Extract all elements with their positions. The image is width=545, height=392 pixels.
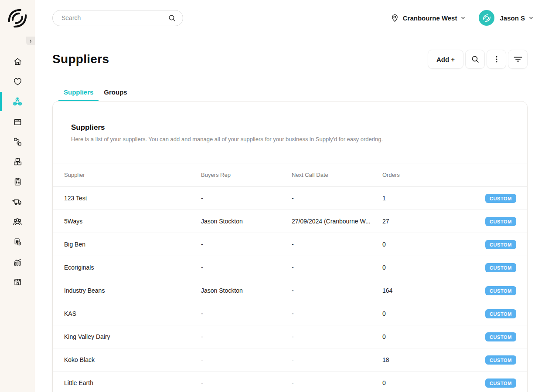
topbar: Cranbourne West Jason S: [35, 0, 545, 36]
card-heading: Suppliers: [71, 123, 509, 132]
card-header: Suppliers Here is a list of your supplie…: [53, 101, 527, 142]
sidebar-item-deliveries[interactable]: [0, 192, 35, 212]
column-header-orders: Orders: [382, 172, 484, 178]
table-row[interactable]: 123 Test - - 1 CUSTOM: [53, 187, 527, 210]
kebab-menu-icon: [492, 55, 501, 64]
orders-cell: 18: [382, 356, 484, 363]
order-route-icon: [13, 137, 23, 147]
next-call-date-cell: -: [292, 356, 382, 363]
table-header-row: Supplier Buyers Rep Next Call Date Order…: [53, 163, 527, 187]
supplier-name-cell: King Valley Dairy: [53, 333, 201, 340]
buyers-rep-cell: Jason Stockton: [201, 287, 292, 294]
sidebar-item-suppliers[interactable]: [0, 91, 35, 112]
orders-cell: 0: [382, 379, 484, 386]
suppliers-card: Suppliers Here is a list of your supplie…: [52, 101, 528, 392]
table-search-button[interactable]: [465, 50, 485, 69]
sidebar-item-tasks[interactable]: [0, 172, 35, 192]
badge-cell: CUSTOM: [485, 286, 528, 295]
orders-cell: 164: [382, 287, 484, 294]
inventory-boxes-icon: [13, 157, 23, 167]
next-call-date-cell: -: [292, 264, 382, 271]
checklist-clipboard-icon: [13, 177, 23, 187]
badge-cell: CUSTOM: [485, 194, 528, 203]
search-icon[interactable]: [167, 14, 177, 23]
custom-badge: CUSTOM: [485, 355, 516, 365]
table-row[interactable]: Koko Black - - 18 CUSTOM: [53, 348, 527, 372]
customers-people-icon: [12, 216, 23, 227]
buyers-rep-cell: -: [201, 310, 292, 317]
page-title: Suppliers: [52, 52, 109, 66]
filter-button[interactable]: [508, 50, 528, 69]
table-row[interactable]: King Valley Dairy - - 0 CUSTOM: [53, 325, 527, 348]
badge-cell: CUSTOM: [485, 217, 528, 226]
supplier-name-cell: 123 Test: [53, 195, 201, 202]
next-call-date-cell: -: [292, 195, 382, 202]
table-row[interactable]: Industry Beans Jason Stockton - 164 CUST…: [53, 279, 527, 302]
search-input[interactable]: [53, 10, 167, 26]
badge-cell: CUSTOM: [485, 240, 528, 249]
reports-chart-icon: [13, 257, 23, 267]
suppliers-table: Supplier Buyers Rep Next Call Date Order…: [53, 163, 527, 392]
table-row[interactable]: Big Ben - - 0 CUSTOM: [53, 233, 527, 256]
more-options-button[interactable]: [487, 50, 506, 69]
app-logo[interactable]: [0, 0, 35, 37]
chevron-right-icon: [29, 39, 33, 43]
sidebar: $: [0, 0, 35, 392]
tab-groups[interactable]: Groups: [99, 88, 132, 100]
badge-cell: CUSTOM: [485, 378, 528, 388]
sidebar-item-reports[interactable]: [0, 252, 35, 272]
chevron-down-icon: [460, 15, 466, 20]
supplier-name-cell: 5Ways: [53, 218, 201, 225]
chevron-down-icon: [528, 15, 534, 20]
custom-badge: CUSTOM: [485, 217, 516, 226]
location-selector[interactable]: Cranbourne West: [390, 14, 466, 23]
card-description: Here is a list of your suppliers. You ca…: [71, 136, 509, 142]
sidebar-item-products[interactable]: [0, 112, 35, 132]
sidebar-item-order-tracking[interactable]: [0, 132, 35, 152]
supplier-name-cell: Big Ben: [53, 241, 201, 248]
active-indicator: [0, 92, 2, 111]
buyers-rep-cell: -: [201, 241, 292, 248]
badge-cell: CUSTOM: [485, 355, 528, 365]
table-body: 123 Test - - 1 CUSTOM 5Ways Jason Stockt…: [53, 187, 527, 392]
orders-cell: 0: [382, 264, 484, 271]
user-menu[interactable]: Jason S: [479, 10, 534, 26]
sidebar-item-home[interactable]: [0, 51, 35, 71]
sidebar-item-favorites[interactable]: [0, 71, 35, 91]
sidebar-item-customers[interactable]: [0, 212, 35, 232]
buyers-rep-cell: Jason Stockton: [201, 218, 292, 225]
filter-icon: [513, 54, 523, 64]
table-row[interactable]: KAS - - 0 CUSTOM: [53, 302, 527, 325]
sidebar-item-inventory[interactable]: [0, 152, 35, 172]
buyers-rep-cell: -: [201, 264, 292, 271]
user-name: Jason S: [500, 14, 525, 22]
sidebar-item-invoices[interactable]: $: [0, 232, 35, 252]
orders-cell: 27: [382, 218, 484, 225]
supplier-name-cell: KAS: [53, 310, 201, 317]
next-call-date-cell: -: [292, 310, 382, 317]
sidebar-collapse-button[interactable]: [26, 37, 35, 45]
global-search[interactable]: [52, 10, 183, 26]
custom-badge: CUSTOM: [485, 332, 516, 341]
buyers-rep-cell: -: [201, 356, 292, 363]
next-call-date-cell: -: [292, 379, 382, 386]
add-button[interactable]: Add +: [428, 50, 463, 69]
topbar-right: Cranbourne West Jason S: [390, 10, 534, 26]
orders-cell: 0: [382, 310, 484, 317]
sidebar-item-store[interactable]: [0, 272, 35, 292]
table-row[interactable]: 5Ways Jason Stockton 27/09/2024 (Cranbou…: [53, 210, 527, 233]
badge-cell: CUSTOM: [485, 263, 528, 272]
table-row[interactable]: Little Earth - - 0 CUSTOM: [53, 372, 527, 392]
table-row[interactable]: Ecoriginals - - 0 CUSTOM: [53, 256, 527, 279]
badge-cell: CUSTOM: [485, 309, 528, 318]
delivery-truck-icon: [12, 196, 23, 207]
custom-badge: CUSTOM: [485, 194, 516, 203]
next-call-date-cell: 27/09/2024 (Cranbourne W...: [292, 218, 382, 225]
tab-suppliers[interactable]: Suppliers: [58, 88, 99, 100]
buyers-rep-cell: -: [201, 333, 292, 340]
supplier-name-cell: Koko Black: [53, 356, 201, 363]
home-icon: [13, 57, 23, 67]
tab-bar: Suppliers Groups: [58, 88, 528, 100]
invoice-dollar-icon: $: [13, 237, 23, 247]
page-actions: Add +: [428, 50, 528, 69]
